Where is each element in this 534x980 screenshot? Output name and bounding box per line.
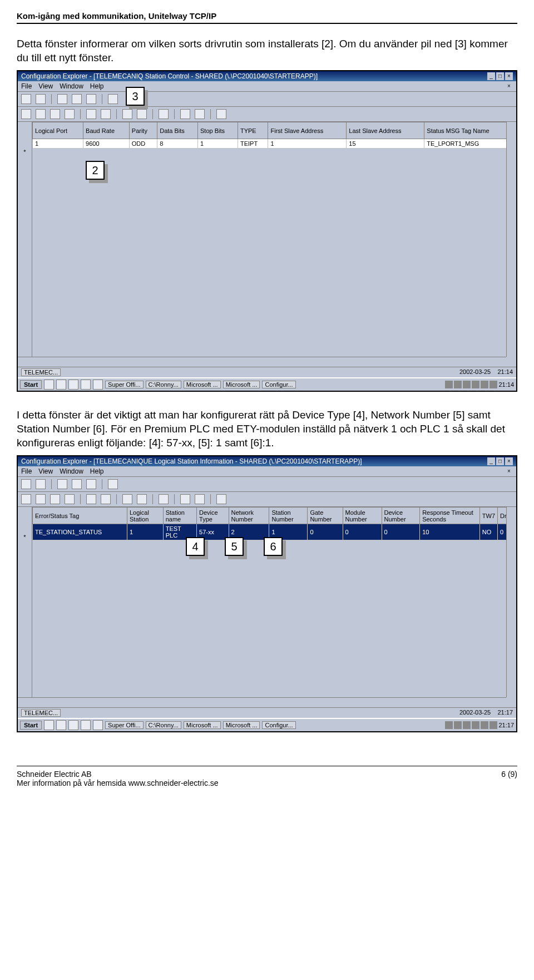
taskbar-app[interactable]: Super Offi... — [105, 381, 144, 388]
task-app[interactable]: TELEMEC... — [21, 368, 61, 376]
toolbar-icon[interactable] — [180, 494, 190, 504]
scrollbar-horizontal[interactable] — [18, 697, 506, 707]
toolbar-icon[interactable] — [108, 479, 118, 489]
maximize-icon[interactable]: □ — [496, 72, 504, 80]
taskbar-app[interactable]: Microsoft ... — [223, 721, 260, 729]
minimize-icon[interactable]: _ — [487, 72, 495, 80]
taskbar-app[interactable]: Microsoft ... — [223, 381, 260, 388]
toolbar-icon[interactable] — [101, 109, 111, 119]
toolbar-icon[interactable] — [86, 94, 96, 104]
tray-icon[interactable] — [454, 381, 462, 388]
toolbar-icon[interactable] — [21, 109, 31, 119]
col-type[interactable]: TYPE — [238, 122, 268, 139]
toolbar-icon[interactable] — [108, 94, 118, 104]
taskbar-app[interactable]: Microsoft ... — [184, 721, 221, 729]
taskbar-app[interactable]: C:\Ronny... — [146, 721, 181, 729]
quicklaunch-icon[interactable] — [81, 380, 91, 390]
tray-icon[interactable] — [481, 721, 488, 729]
col-status-tag[interactable]: Status MSG Tag Name — [424, 122, 516, 139]
maximize-icon[interactable]: □ — [496, 457, 504, 465]
toolbar-icon[interactable] — [21, 494, 31, 504]
col-logical-station[interactable]: Logical Station — [127, 508, 164, 524]
col-stop-bits[interactable]: Stop Bits — [197, 122, 238, 139]
col-tw7[interactable]: TW7 — [479, 508, 497, 524]
toolbar-icon[interactable] — [195, 109, 205, 119]
tray-icon[interactable] — [463, 721, 471, 729]
quicklaunch-icon[interactable] — [44, 380, 54, 390]
toolbar-icon[interactable] — [65, 494, 75, 504]
tray-icon[interactable] — [463, 381, 471, 388]
taskbar-app[interactable]: Configur... — [262, 721, 295, 729]
toolbar-icon[interactable] — [101, 494, 111, 504]
toolbar-icon[interactable] — [50, 109, 60, 119]
tray-icon[interactable] — [445, 381, 453, 388]
mdi-close-icon[interactable]: × — [505, 82, 513, 90]
toolbar-icon[interactable] — [159, 109, 169, 119]
tray-icon[interactable] — [454, 721, 462, 729]
col-device-type[interactable]: Device Type — [197, 508, 229, 524]
tray-icon[interactable] — [481, 381, 488, 388]
minimize-icon[interactable]: _ — [487, 457, 495, 465]
col-network-number[interactable]: Network Number — [229, 508, 269, 524]
toolbar-icon[interactable] — [72, 479, 82, 489]
col-last-slave[interactable]: Last Slave Address — [347, 122, 424, 139]
close-icon[interactable]: × — [505, 457, 513, 465]
col-logical-port[interactable]: Logical Port — [33, 122, 83, 139]
tray-icon[interactable] — [490, 721, 497, 729]
task-app[interactable]: TELEMEC... — [21, 709, 61, 717]
toolbar-icon[interactable] — [36, 109, 46, 119]
quicklaunch-icon[interactable] — [44, 720, 54, 730]
menu-help[interactable]: Help — [90, 82, 104, 90]
toolbar-icon[interactable] — [57, 479, 67, 489]
toolbar-icon[interactable] — [65, 109, 75, 119]
col-module-number[interactable]: Module Number — [343, 508, 382, 524]
toolbar-icon[interactable] — [36, 94, 46, 104]
scrollbar-horizontal[interactable] — [18, 357, 506, 367]
toolbar-icon[interactable] — [21, 94, 31, 104]
toolbar-icon[interactable] — [216, 109, 226, 119]
quicklaunch-icon[interactable] — [68, 380, 78, 390]
menu-help[interactable]: Help — [90, 467, 104, 475]
menu-file[interactable]: File — [21, 82, 32, 90]
taskbar-app[interactable]: Configur... — [262, 381, 295, 388]
toolbar-icon[interactable] — [86, 494, 96, 504]
tray-icon[interactable] — [490, 381, 497, 388]
toolbar-icon[interactable] — [57, 94, 67, 104]
menu-view[interactable]: View — [38, 82, 53, 90]
taskbar-app[interactable]: Microsoft ... — [184, 381, 221, 388]
quicklaunch-icon[interactable] — [68, 720, 78, 730]
toolbar-icon[interactable] — [159, 494, 169, 504]
toolbar-icon[interactable] — [50, 494, 60, 504]
close-icon[interactable]: × — [505, 72, 513, 80]
scrollbar-vertical[interactable] — [506, 507, 516, 697]
toolbar-icon[interactable] — [195, 494, 205, 504]
quicklaunch-icon[interactable] — [93, 380, 103, 390]
col-response-timeout[interactable]: Response Timeout Seconds — [420, 508, 480, 524]
quicklaunch-icon[interactable] — [81, 720, 91, 730]
table-row[interactable]: 1 9600 ODD 8 1 TEIPT 1 15 TE_LPORT1_MSG — [33, 139, 516, 149]
col-device-number[interactable]: Device Number — [382, 508, 420, 524]
quicklaunch-icon[interactable] — [93, 720, 103, 730]
taskbar-app[interactable]: C:\Ronny... — [146, 381, 181, 388]
tray-icon[interactable] — [472, 721, 479, 729]
toolbar-icon[interactable] — [21, 479, 31, 489]
toolbar-icon[interactable] — [86, 479, 96, 489]
menu-file[interactable]: File — [21, 467, 32, 475]
taskbar-app[interactable]: Super Offi... — [105, 721, 144, 729]
toolbar-icon[interactable] — [137, 109, 147, 119]
toolbar-icon[interactable] — [180, 109, 190, 119]
quicklaunch-icon[interactable] — [56, 380, 66, 390]
start-button[interactable]: Start — [20, 380, 42, 389]
col-error-status-tag[interactable]: Error/Status Tag — [33, 508, 127, 524]
toolbar-icon[interactable] — [72, 94, 82, 104]
scrollbar-vertical[interactable] — [506, 122, 516, 357]
quicklaunch-icon[interactable] — [56, 720, 66, 730]
mdi-close-icon[interactable]: × — [505, 467, 513, 475]
menu-window[interactable]: Window — [60, 82, 83, 90]
col-data-bits[interactable]: Data Bits — [157, 122, 198, 139]
toolbar-icon[interactable] — [86, 109, 96, 119]
toolbar-icon[interactable] — [122, 494, 132, 504]
col-gate-number[interactable]: Gate Number — [308, 508, 343, 524]
toolbar-icon[interactable] — [216, 494, 226, 504]
start-button[interactable]: Start — [20, 721, 42, 730]
